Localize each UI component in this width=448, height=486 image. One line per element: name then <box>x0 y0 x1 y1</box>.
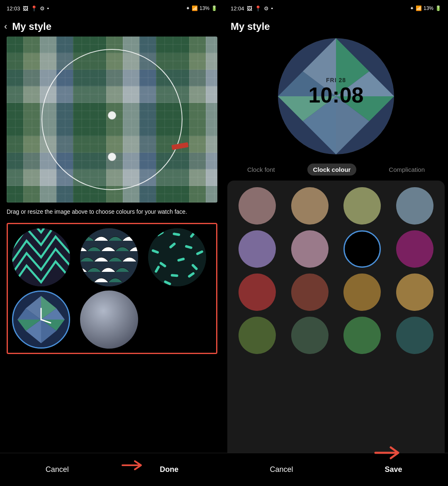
shirt-button-1 <box>108 111 116 120</box>
color-grid-container <box>227 181 445 486</box>
color-circle-10[interactable] <box>291 274 329 311</box>
color-grid <box>234 187 438 354</box>
color-circle-8[interactable] <box>396 230 433 268</box>
photo-icon-right: 🖼 <box>247 5 252 12</box>
svg-point-5 <box>148 228 206 286</box>
battery-icon-right: 🔋 <box>435 5 441 11</box>
location-icon: 📍 <box>31 5 37 12</box>
color-circle-13[interactable] <box>239 317 276 354</box>
status-time-left: 12:03 <box>7 5 20 12</box>
watchface-confetti[interactable] <box>148 228 206 286</box>
watch-time: 10:08 <box>309 83 364 107</box>
right-panel: 12:04 🖼 📍 ⚙ • ✦ 📶 13% 🔋 My style <box>224 0 448 486</box>
watchface-grid <box>12 228 212 349</box>
settings-icon: ⚙ <box>40 5 45 12</box>
color-circle-14[interactable] <box>291 317 329 354</box>
tab-bar: Clock font Clock colour Complication <box>224 159 448 181</box>
bluetooth-icon: ✦ <box>186 5 190 11</box>
back-button[interactable]: ‹ <box>4 21 7 32</box>
color-circle-7[interactable] <box>343 230 381 268</box>
save-button[interactable]: Save <box>372 461 414 478</box>
color-circle-16[interactable] <box>396 317 433 354</box>
page-title-right: My style <box>224 17 448 34</box>
arrow-save <box>373 442 407 463</box>
watchface-scales[interactable] <box>80 228 138 286</box>
left-bottom-actions: Cancel Done <box>0 453 224 486</box>
battery-text-right: 13% <box>424 5 433 11</box>
page-header-left: ‹ My style <box>0 17 224 37</box>
color-circle-6[interactable] <box>291 230 329 268</box>
photo-icon: 🖼 <box>23 5 28 12</box>
bluetooth-icon-right: ✦ <box>410 5 414 11</box>
color-circle-9[interactable] <box>239 274 276 311</box>
color-circle-1[interactable] <box>239 187 276 225</box>
drag-hint: Drag or resize the image above to choose… <box>0 203 224 221</box>
right-bottom-actions: Cancel Save <box>224 453 448 486</box>
arrow-done <box>120 457 145 474</box>
wifi-icon-right: 📶 <box>416 5 422 11</box>
settings-icon-right: ⚙ <box>264 5 269 12</box>
watchface-grid-container <box>7 223 217 354</box>
cancel-button-left[interactable]: Cancel <box>33 461 81 478</box>
location-icon-right: 📍 <box>255 5 261 12</box>
watch-face: FRI 28 10:08 <box>278 38 394 154</box>
dot-icon: • <box>47 5 49 12</box>
shirt-button-2 <box>108 153 116 161</box>
watch-time-display: FRI 28 10:08 <box>309 77 364 107</box>
color-circle-5[interactable] <box>239 230 276 268</box>
done-button[interactable]: Done <box>147 461 191 478</box>
left-status-bar: 12:03 🖼 📍 ⚙ • ✦ 📶 13% 🔋 <box>0 0 224 17</box>
tab-clock-colour[interactable]: Clock colour <box>307 164 357 176</box>
watchface-gray[interactable] <box>80 291 138 349</box>
color-circle-11[interactable] <box>343 274 381 311</box>
image-cropper[interactable] <box>7 37 217 203</box>
color-circle-12[interactable] <box>396 274 433 311</box>
cancel-button-right[interactable]: Cancel <box>257 461 305 478</box>
watch-preview: FRI 28 10:08 <box>224 38 448 154</box>
tab-clock-font[interactable]: Clock font <box>241 164 281 176</box>
battery-icon: 🔋 <box>211 5 217 11</box>
status-bar-right: ✦ 📶 13% 🔋 <box>186 5 217 11</box>
status-bar-left: 12:03 🖼 📍 ⚙ • <box>7 5 49 12</box>
status-time-right: 12:04 <box>231 5 244 12</box>
wifi-icon: 📶 <box>192 5 198 11</box>
dot-icon-right: • <box>271 5 273 12</box>
right-status-bar-left: 12:04 🖼 📍 ⚙ • <box>231 5 273 12</box>
color-circle-2[interactable] <box>291 187 329 225</box>
left-panel: 12:03 🖼 📍 ⚙ • ✦ 📶 13% 🔋 ‹ My style Drag … <box>0 0 224 486</box>
battery-text: 13% <box>200 5 209 11</box>
watchface-geo[interactable] <box>12 291 70 349</box>
tab-complication[interactable]: Complication <box>383 164 431 176</box>
crop-circle <box>41 49 183 190</box>
color-circle-3[interactable] <box>343 187 381 225</box>
right-status-bar-right: ✦ 📶 13% 🔋 <box>410 5 441 11</box>
page-title-left: My style <box>12 21 51 32</box>
watchface-chevron[interactable] <box>12 228 70 286</box>
right-status-bar: 12:04 🖼 📍 ⚙ • ✦ 📶 13% 🔋 <box>224 0 448 17</box>
watch-date: FRI 28 <box>309 77 364 83</box>
color-circle-4[interactable] <box>396 187 433 225</box>
color-circle-15[interactable] <box>343 317 381 354</box>
